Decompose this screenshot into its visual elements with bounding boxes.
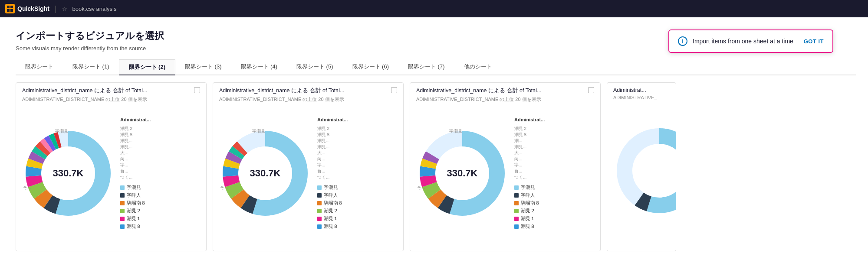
card-3-header: Adiministrat... xyxy=(607,83,676,95)
donut-center-2: 330.7K xyxy=(447,168,478,179)
tabs-row: 限界シート 限界シート (1) 限界シート (2) 限界シート (3) 限界シー… xyxy=(16,59,856,75)
cards-row: Adiministrative_district_name による 合計 of … xyxy=(16,82,856,251)
legend-color-4 xyxy=(120,217,125,221)
card-2-chart: 330.7K そ... 字潮見 Administrat... 潮見２潮見８潮..… xyxy=(410,106,600,240)
logo-icon xyxy=(5,4,15,13)
legend-label-4: 潮見１ xyxy=(127,216,141,222)
legend-color-5 xyxy=(120,224,125,229)
legend-1-item-0: 字潮見 xyxy=(317,185,348,191)
svg-point-39 xyxy=(625,136,676,205)
legend-item-0: 字潮見 xyxy=(120,185,151,191)
legend-2-item-5: 潮見８ xyxy=(514,224,545,230)
legend-label-2: 駒場南８ xyxy=(127,200,146,206)
card-1-legend: Administrat... 潮見２潮見８潮見...潮見...大...向...字… xyxy=(317,117,348,230)
legend-item-3: 潮見２ xyxy=(120,208,151,214)
svg-rect-0 xyxy=(7,6,10,8)
chart-1-top-label: 字潮見 xyxy=(252,128,265,134)
info-icon: i xyxy=(678,36,687,46)
legend-1-title: Administrat... xyxy=(317,117,348,122)
svg-rect-1 xyxy=(10,6,13,8)
tab-5[interactable]: 限界シート (5) xyxy=(287,59,343,75)
tab-7[interactable]: 限界シート (7) xyxy=(398,59,454,75)
card-1-header: Adiministrative_district_name による 合計 of … xyxy=(213,83,403,96)
visual-card-1[interactable]: Adiministrative_district_name による 合計 of … xyxy=(213,82,404,251)
legend-2-item-2: 駒場南８ xyxy=(514,200,545,206)
card-3-chart xyxy=(607,104,676,238)
card-0-checkbox[interactable] xyxy=(194,87,200,93)
legend-color-3 xyxy=(120,209,125,213)
card-0-subtitle: ADIMINISTRATIVE_DISTRICT_NAME の上位 20 個を表… xyxy=(16,96,206,106)
tab-name: book.csv analysis xyxy=(72,6,117,12)
legend-1-item-2: 駒場南８ xyxy=(317,200,348,206)
card-2-title: Adiministrative_district_name による 合計 of … xyxy=(416,87,541,94)
donut-chart-3 xyxy=(612,123,676,218)
card-0-header: Adiministrative_district_name による 合計 of … xyxy=(16,83,206,96)
card-2-legend: Administrat... 潮見２潮見８潮...潮見...大...向...字.… xyxy=(514,117,545,230)
legend-item-4: 潮見１ xyxy=(120,216,151,222)
chart-2-left-label: そ... xyxy=(417,185,425,191)
card-1-title: Adiministrative_district_name による 合計 of … xyxy=(219,87,344,94)
legend-2-item-4: 潮見１ xyxy=(514,216,545,222)
legend-item-5: 潮見８ xyxy=(120,224,151,230)
chart-0-left-label: そ... xyxy=(23,185,31,191)
tab-4[interactable]: 限界シート (4) xyxy=(231,59,287,75)
legend-label-1: 字呼人 xyxy=(127,192,141,198)
legend-1-item-5: 潮見８ xyxy=(317,224,348,230)
tab-0[interactable]: 限界シート xyxy=(16,59,63,75)
app-name: QuickSight xyxy=(17,5,49,12)
legend-1-item-1: 字呼人 xyxy=(317,192,348,198)
main-content: i Import items from one sheet at a time … xyxy=(0,17,868,276)
legend-1-misc: 潮見２潮見８潮見...潮見...大...向...字...台...つく... xyxy=(317,126,348,180)
card-1-chart: 330.7K そ... 字潮見 Administrat... 潮見２潮見８潮見.… xyxy=(213,106,403,240)
donut-center-0: 330.7K xyxy=(53,168,84,179)
tab-1[interactable]: 限界シート (1) xyxy=(63,59,119,75)
tab-2[interactable]: 限界シート (2) xyxy=(119,59,176,75)
legend-color-1 xyxy=(120,193,125,198)
topbar-divider: | xyxy=(55,4,57,13)
legend-2-item-1: 字呼人 xyxy=(514,192,545,198)
card-0-title: Adiministrative_district_name による 合計 of … xyxy=(22,87,147,94)
legend-2-title: Administrat... xyxy=(514,117,545,122)
legend-color-2 xyxy=(120,201,125,205)
visual-card-0[interactable]: Adiministrative_district_name による 合計 of … xyxy=(16,82,207,251)
legend-1-item-4: 潮見１ xyxy=(317,216,348,222)
notification-message: Import items from one sheet at a time xyxy=(693,38,799,45)
legend-2-misc: 潮見２潮見８潮...潮見...大...向...字...台...つく... xyxy=(514,126,545,180)
legend-2-item-3: 潮見２ xyxy=(514,208,545,214)
legend-label-5: 潮見８ xyxy=(127,224,141,230)
got-it-button[interactable]: GOT IT xyxy=(804,38,824,45)
legend-item-1: 字呼人 xyxy=(120,192,151,198)
legend-2-item-0: 字潮見 xyxy=(514,185,545,191)
legend-1-item-3: 潮見２ xyxy=(317,208,348,214)
card-3-title: Adiministrat... xyxy=(613,87,646,93)
legend-item-2: 駒場南８ xyxy=(120,200,151,206)
card-2-subtitle: ADIMINISTRATIVE_DISTRICT_NAME の上位 20 個を表… xyxy=(410,96,600,106)
card-2-header: Adiministrative_district_name による 合計 of … xyxy=(410,83,600,96)
card-1-checkbox[interactable] xyxy=(391,87,397,93)
card-1-subtitle: ADIMINISTRATIVE_DISTRICT_NAME の上位 20 個を表… xyxy=(213,96,403,106)
legend-label-3: 潮見２ xyxy=(127,208,141,214)
card-0-chart: 330.7K そ... 字潮見 Administrat... 潮見２潮見８潮見.… xyxy=(16,106,206,240)
tab-3[interactable]: 限界シート (3) xyxy=(175,59,231,75)
svg-rect-2 xyxy=(7,9,10,12)
legend-color-0 xyxy=(120,185,125,190)
topbar: QuickSight | ☆ book.csv analysis xyxy=(0,0,868,17)
app-logo: QuickSight xyxy=(5,4,49,13)
chart-1-left-label: そ... xyxy=(220,185,228,191)
legend-0-title: Administrat... xyxy=(120,117,151,122)
card-0-legend: Administrat... 潮見２潮見８潮見...潮見...大...向...字… xyxy=(120,117,151,230)
favorite-icon[interactable]: ☆ xyxy=(62,6,67,12)
legend-label-0: 字潮見 xyxy=(127,185,141,191)
card-3-subtitle: ADIMINISTRATIVE_ xyxy=(607,95,676,104)
chart-0-top-label: 字潮見 xyxy=(55,128,68,134)
notification-banner: i Import items from one sheet at a time … xyxy=(668,29,833,53)
card-2-checkbox[interactable] xyxy=(588,87,594,93)
tab-8[interactable]: 他のシート xyxy=(454,59,502,75)
donut-center-1: 330.7K xyxy=(250,168,281,179)
visual-card-3[interactable]: Adiministrat... ADIMINISTRATIVE_ xyxy=(607,82,676,251)
tab-6[interactable]: 限界シート (6) xyxy=(343,59,399,75)
svg-rect-3 xyxy=(10,9,13,12)
chart-2-top-label: 字潮見 xyxy=(449,128,462,134)
legend-0-items-label: 潮見２潮見８潮見...潮見...大...向...字...台...つく... xyxy=(120,126,151,180)
visual-card-2[interactable]: Adiministrative_district_name による 合計 of … xyxy=(410,82,601,251)
